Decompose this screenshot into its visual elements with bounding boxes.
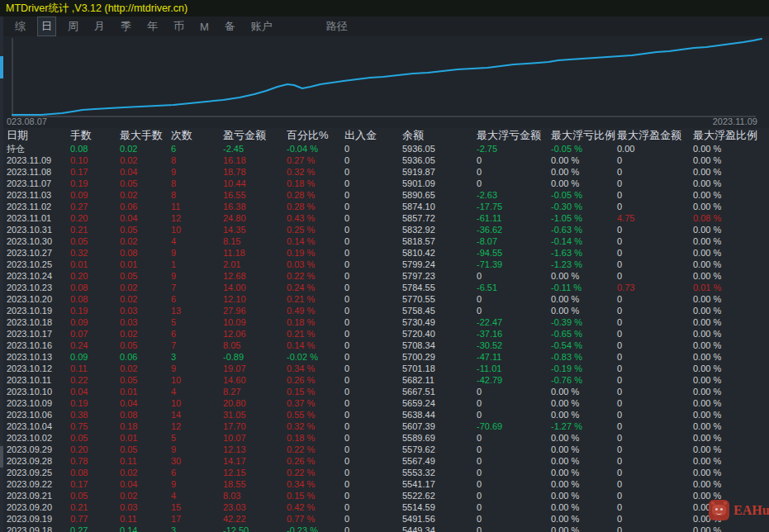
value-cell: 0.15 %: [287, 386, 344, 397]
value-cell: -1.27 %: [551, 420, 617, 432]
menu-item-bi[interactable]: 币: [169, 17, 188, 36]
table-row[interactable]: 2023.10.040.750.181217.700.32 %05607.39-…: [3, 420, 769, 432]
menu-item-yue[interactable]: 月: [90, 17, 109, 36]
value-cell: 0.00 %: [551, 501, 617, 513]
table-row[interactable]: 2023.09.200.210.031523.030.42 %05514.590…: [3, 501, 769, 513]
table-row[interactable]: 2023.09.190.770.111742.220.77 %05491.560…: [3, 513, 769, 525]
table-row[interactable]: 2023.10.120.110.02919.070.34 %05701.18-1…: [3, 363, 769, 374]
value-cell: 0.00 %: [693, 467, 769, 478]
value-cell: 0.05: [70, 432, 120, 444]
value-cell: 0.77 %: [287, 513, 344, 525]
date-cell: 2023.10.12: [3, 363, 70, 374]
table-row[interactable]: 2023.10.270.320.08911.180.19 %05810.42-9…: [3, 247, 769, 259]
table-row[interactable]: 2023.10.300.050.0248.150.14 %05818.57-8.…: [3, 235, 769, 247]
table-row[interactable]: 2023.10.110.220.051014.600.26 %05682.11-…: [3, 374, 769, 386]
table-row[interactable]: 2023.10.130.090.063-0.89-0.02 %05700.29-…: [3, 351, 769, 363]
value-cell: 10.44: [223, 178, 287, 189]
value-cell: 0.03: [120, 501, 171, 513]
date-cell: 2023.09.19: [3, 513, 70, 525]
value-cell: 0.02: [120, 363, 171, 374]
menu-item-nian[interactable]: 年: [143, 17, 162, 36]
value-cell: 6: [171, 328, 223, 340]
date-cell: 2023.09.25: [3, 467, 70, 478]
left-scrollbar-thumb[interactable]: [0, 56, 3, 78]
value-cell: 0: [344, 166, 402, 178]
menu-item-ri[interactable]: 日: [37, 17, 56, 36]
value-cell: 0.04: [120, 212, 171, 224]
value-cell: 17: [171, 513, 223, 525]
value-cell: 0.05: [70, 490, 120, 501]
value-cell: 0.00 %: [693, 235, 769, 247]
value-cell: 6: [171, 293, 223, 305]
table-row[interactable]: 持仓0.080.026-2.45-0.04 %05936.05-2.75-0.0…: [3, 143, 769, 154]
table-row[interactable]: 2023.09.250.080.02612.150.22 %05553.3200…: [3, 467, 769, 478]
value-cell: 5701.18: [402, 363, 477, 374]
table-row[interactable]: 2023.10.240.200.05912.680.22 %05797.2300…: [3, 270, 769, 282]
value-cell: 0: [344, 328, 402, 340]
value-cell: 4: [171, 386, 223, 397]
value-cell: -2.63: [477, 189, 551, 201]
value-cell: 0.02: [120, 467, 171, 478]
value-cell: 9: [171, 363, 223, 374]
table-row[interactable]: 2023.10.190.190.031327.960.49 %05758.450…: [3, 305, 769, 316]
menu-item-zhou[interactable]: 周: [64, 17, 83, 36]
value-cell: 0.05: [120, 178, 171, 189]
table-row[interactable]: 2023.11.030.090.02816.550.28 %05890.65-2…: [3, 189, 769, 201]
value-cell: 5514.59: [402, 501, 477, 513]
value-cell: 0.20: [70, 212, 120, 224]
value-cell: 0.00 %: [693, 432, 769, 444]
table-row[interactable]: 2023.09.290.200.05912.130.22 %05579.6200…: [3, 444, 769, 455]
table-row[interactable]: 2023.10.230.080.02714.000.24 %05784.55-6…: [3, 282, 769, 293]
value-cell: -0.76 %: [551, 374, 617, 386]
menu-item-zong[interactable]: 综: [11, 17, 30, 36]
table-row[interactable]: 2023.09.180.270.143-12.50-0.23 %05449.34…: [3, 525, 769, 532]
value-cell: 14.00: [223, 282, 287, 293]
table-row[interactable]: 2023.10.250.010.0112.010.03 %05799.24-71…: [3, 259, 769, 270]
table-row[interactable]: 2023.11.010.200.041224.800.43 %05857.72-…: [3, 212, 769, 224]
table-row[interactable]: 2023.10.060.380.081431.050.55 %05638.440…: [3, 409, 769, 420]
value-cell: 12.15: [223, 467, 287, 478]
table-row[interactable]: 2023.11.080.170.04918.780.32 %05919.8700…: [3, 166, 769, 178]
table-row[interactable]: 2023.10.200.080.02612.100.21 %05770.5500…: [3, 293, 769, 305]
table-row[interactable]: 2023.10.180.090.03510.090.18 %05730.49-2…: [3, 316, 769, 328]
menu-item-bei[interactable]: 备: [221, 17, 240, 36]
table-row[interactable]: 2023.11.020.270.061116.380.28 %05874.10-…: [3, 201, 769, 212]
date-cell: 2023.11.07: [3, 178, 70, 189]
value-cell: 0.05: [120, 374, 171, 386]
value-cell: 5: [171, 316, 223, 328]
value-cell: 17.70: [223, 420, 287, 432]
menu-item-zhanghu[interactable]: 账户: [247, 17, 277, 36]
value-cell: 3: [171, 351, 223, 363]
table-row[interactable]: 2023.10.160.240.0578.050.14 %05708.34-30…: [3, 340, 769, 351]
table-row[interactable]: 2023.09.220.170.04918.550.34 %05541.1700…: [3, 478, 769, 490]
table-row[interactable]: 2023.10.100.040.0148.270.15 %05667.5100.…: [3, 386, 769, 397]
table-row[interactable]: 2023.10.170.070.02612.060.21 %05720.40-3…: [3, 328, 769, 340]
value-cell: 0.19: [70, 397, 120, 409]
value-cell: 0: [617, 363, 693, 374]
value-cell: 0: [344, 490, 402, 501]
value-cell: 0: [344, 143, 402, 154]
column-header: 手数: [70, 128, 120, 143]
value-cell: 0: [477, 478, 551, 490]
value-cell: 0: [617, 328, 693, 340]
value-cell: 0: [344, 351, 402, 363]
table-row[interactable]: 2023.11.070.190.05810.440.18 %05901.0900…: [3, 178, 769, 189]
table-row[interactable]: 2023.10.310.210.051014.350.25 %05832.92-…: [3, 224, 769, 235]
table-row[interactable]: 2023.10.090.190.041020.800.37 %05659.240…: [3, 397, 769, 409]
value-cell: 0.00 %: [693, 363, 769, 374]
menu-item-m[interactable]: M: [196, 18, 213, 36]
table-row[interactable]: 2023.09.280.780.113014.170.26 %05567.490…: [3, 455, 769, 467]
value-cell: 11.18: [223, 247, 287, 259]
menu-item-ji[interactable]: 季: [116, 17, 135, 36]
value-cell: 0: [477, 178, 551, 189]
title-bar[interactable]: MTDriver统计 ,V3.12 (http://mtdriver.cn): [0, 0, 769, 17]
value-cell: 9: [171, 270, 223, 282]
menu-item-lujing[interactable]: 路径: [322, 17, 352, 36]
value-cell: 0.32: [70, 247, 120, 259]
value-cell: 9: [171, 444, 223, 455]
column-header: 最大手数: [120, 128, 171, 143]
table-row[interactable]: 2023.09.210.050.0248.030.15 %05522.6200.…: [3, 490, 769, 501]
table-row[interactable]: 2023.11.090.100.02816.180.27 %05936.0500…: [3, 154, 769, 166]
table-row[interactable]: 2023.10.020.050.01510.070.18 %05589.6900…: [3, 432, 769, 444]
value-cell: 0: [344, 409, 402, 420]
